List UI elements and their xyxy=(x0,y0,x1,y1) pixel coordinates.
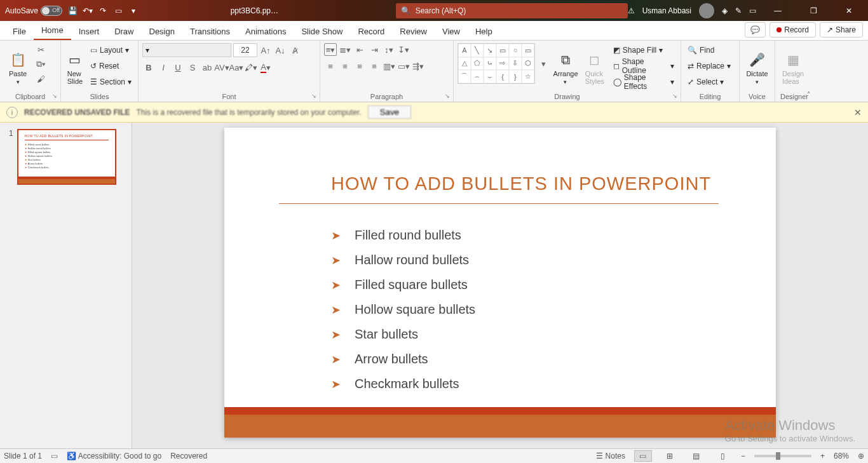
save-icon[interactable]: 💾 xyxy=(67,6,78,16)
paste-button[interactable]: 📋 Paste▾ xyxy=(4,43,32,90)
columns-button[interactable]: ▥▾ xyxy=(383,60,395,72)
numbering-button[interactable]: ≣▾ xyxy=(339,43,351,56)
justify-button[interactable]: ≡ xyxy=(368,60,381,72)
qat-customize-icon[interactable]: ▾ xyxy=(128,6,139,16)
maximize-button[interactable]: ❐ xyxy=(799,0,827,21)
search-input[interactable] xyxy=(416,6,623,15)
collapse-ribbon-icon[interactable]: ˄ xyxy=(807,91,811,99)
zoom-level[interactable]: 68% xyxy=(834,452,849,460)
tab-insert[interactable]: Insert xyxy=(71,23,107,40)
slide-canvas[interactable]: HOW TO ADD BULLETS IN POWERPOINT ➤Filled… xyxy=(132,123,868,448)
align-left-button[interactable]: ≡ xyxy=(324,60,337,72)
avatar[interactable] xyxy=(699,3,714,18)
italic-button[interactable]: I xyxy=(157,61,170,74)
reading-view-button[interactable]: ▤ xyxy=(688,450,705,462)
layout-button[interactable]: ▭ Layout▾ xyxy=(88,43,134,57)
shape-fill-button[interactable]: ◩ Shape Fill▾ xyxy=(611,43,677,57)
search-box[interactable]: 🔍 xyxy=(396,3,628,18)
slide-list[interactable]: ➤Filled round bullets ➤Hallow round bull… xyxy=(224,204,776,391)
shapes-more-button[interactable]: ▾ xyxy=(538,43,550,84)
present-icon[interactable]: ▭ xyxy=(113,6,123,16)
reset-button[interactable]: ↺ Reset xyxy=(88,59,134,73)
tab-animations[interactable]: Animations xyxy=(238,23,294,40)
find-button[interactable]: 🔍 Find xyxy=(685,43,733,57)
dictate-button[interactable]: 🎤 Dictate▾ xyxy=(743,43,771,90)
decrease-font-icon[interactable]: A↓ xyxy=(274,44,287,57)
bold-button[interactable]: B xyxy=(142,61,155,74)
tab-design[interactable]: Design xyxy=(142,23,182,40)
comments-button[interactable]: 💬 xyxy=(745,22,766,37)
zoom-in-button[interactable]: + xyxy=(820,452,825,460)
align-right-button[interactable]: ≡ xyxy=(353,60,366,72)
section-button[interactable]: ☰ Section▾ xyxy=(88,75,134,89)
format-painter-icon[interactable]: 🖌 xyxy=(34,72,47,85)
normal-view-button[interactable]: ▭ xyxy=(634,450,652,462)
tab-record[interactable]: Record xyxy=(350,23,392,40)
slide-thumbnail-1[interactable]: HOW TO ADD BULLETS IN POWERPOINT ➤Filled… xyxy=(17,129,116,185)
font-launcher[interactable]: ↘ xyxy=(309,91,318,100)
tab-help[interactable]: Help xyxy=(468,23,500,40)
spellcheck-icon[interactable]: ▭ xyxy=(51,452,58,460)
drawing-launcher[interactable]: ↘ xyxy=(670,91,679,100)
tab-file[interactable]: File xyxy=(5,23,34,40)
align-center-button[interactable]: ≡ xyxy=(339,60,351,72)
replace-button[interactable]: ⇄ Replace ▾ xyxy=(685,59,733,73)
char-spacing-button[interactable]: AV▾ xyxy=(215,61,228,74)
warning-icon[interactable]: ⚠ xyxy=(628,6,635,15)
undo-icon[interactable]: ↶▾ xyxy=(83,6,93,16)
font-size-select[interactable]: 22 xyxy=(233,43,257,57)
autosave-toggle[interactable]: AutoSave Off xyxy=(5,6,62,16)
increase-indent-button[interactable]: ⇥ xyxy=(368,43,381,56)
share-button[interactable]: ↗ Share xyxy=(820,22,863,37)
zoom-out-button[interactable]: − xyxy=(741,452,745,460)
font-name-select[interactable]: ▾ xyxy=(142,43,231,57)
tab-view[interactable]: View xyxy=(435,23,468,40)
font-color-button[interactable]: A▾ xyxy=(259,61,272,74)
diamond-icon[interactable]: ◈ xyxy=(722,6,728,15)
cut-icon[interactable]: ✂ xyxy=(34,43,47,56)
tab-home[interactable]: Home xyxy=(34,22,71,40)
decrease-indent-button[interactable]: ⇤ xyxy=(353,43,366,56)
recovered-save-button[interactable]: Save xyxy=(368,105,411,119)
paragraph-launcher[interactable]: ↘ xyxy=(443,91,452,100)
align-text-button[interactable]: ▭▾ xyxy=(397,60,410,72)
shapes-gallery[interactable]: A╲↘▭○▭ △⬠⤿⇨⇩⬡ ⌒⌢⌣{}☆ xyxy=(458,43,535,84)
strike-button[interactable]: S xyxy=(186,61,199,74)
change-case-button[interactable]: Aa▾ xyxy=(230,61,243,74)
tab-slideshow[interactable]: Slide Show xyxy=(294,23,350,40)
slide[interactable]: HOW TO ADD BULLETS IN POWERPOINT ➤Filled… xyxy=(224,128,776,438)
shape-outline-button[interactable]: ◻ Shape Outline▾ xyxy=(611,59,677,73)
copy-icon[interactable]: ⧉▾ xyxy=(34,58,47,70)
close-button[interactable]: ✕ xyxy=(835,0,863,21)
slide-title[interactable]: HOW TO ADD BULLETS IN POWERPOINT xyxy=(224,128,776,194)
highlight-button[interactable]: 🖍▾ xyxy=(245,61,257,74)
notes-button[interactable]: ☰ Notes xyxy=(596,452,625,460)
tab-review[interactable]: Review xyxy=(392,23,435,40)
clear-format-icon[interactable]: A̷ xyxy=(288,44,301,57)
tab-transitions[interactable]: Transitions xyxy=(182,23,238,40)
text-direction-button[interactable]: ↧▾ xyxy=(397,43,410,56)
select-button[interactable]: ⤢ Select▾ xyxy=(685,75,733,89)
shape-effects-button[interactable]: ◯ Shape Effects▾ xyxy=(611,75,677,89)
redo-icon[interactable]: ↷ xyxy=(98,6,108,16)
new-slide-button[interactable]: ▭ New Slide xyxy=(65,43,85,90)
pen-icon[interactable]: ✎ xyxy=(735,6,742,15)
line-spacing-button[interactable]: ↕▾ xyxy=(383,43,395,56)
record-button[interactable]: Record xyxy=(770,22,816,37)
zoom-slider[interactable] xyxy=(754,455,811,457)
minimize-button[interactable]: ― xyxy=(764,0,792,21)
underline-button[interactable]: U xyxy=(172,61,184,74)
accessibility-status[interactable]: ♿ Accessibility: Good to go xyxy=(67,452,161,460)
bullets-button[interactable]: ≡▾ xyxy=(324,43,337,56)
tab-draw[interactable]: Draw xyxy=(107,23,141,40)
recovered-close-button[interactable]: ✕ xyxy=(854,107,862,117)
sorter-view-button[interactable]: ⊞ xyxy=(661,450,679,462)
shadow-button[interactable]: ab xyxy=(201,61,214,74)
fit-window-button[interactable]: ⊕ xyxy=(858,452,864,460)
increase-font-icon[interactable]: A↑ xyxy=(259,44,272,57)
arrange-button[interactable]: ⧉ Arrange▾ xyxy=(552,43,579,90)
clipboard-launcher[interactable]: ↘ xyxy=(50,91,59,100)
ribbon-display-icon[interactable]: ▭ xyxy=(749,6,756,15)
smartart-button[interactable]: ⇶▾ xyxy=(412,60,424,72)
slideshow-view-button[interactable]: ▯ xyxy=(714,450,732,462)
